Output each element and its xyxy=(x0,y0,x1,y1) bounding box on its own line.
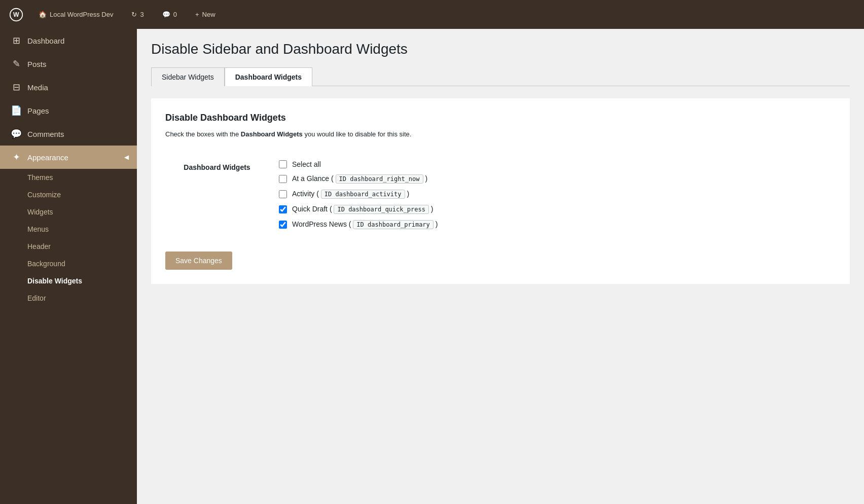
arrow-icon: ◀ xyxy=(124,154,129,161)
sidebar-item-pages[interactable]: 📄 Pages xyxy=(0,99,137,122)
checkbox-label-select-all[interactable]: Select all xyxy=(292,160,321,168)
tab-dashboard-widgets[interactable]: Dashboard Widgets xyxy=(225,67,312,86)
field-label: Dashboard Widgets xyxy=(166,155,278,240)
posts-icon: ✎ xyxy=(10,58,22,69)
sidebar-subitem-editor[interactable]: Editor xyxy=(0,290,137,307)
tab-sidebar-widgets[interactable]: Sidebar Widgets xyxy=(151,67,225,86)
sidebar-item-posts[interactable]: ✎ Posts xyxy=(0,52,137,76)
checkbox-label-quick-draft: Quick Draft ( ID dashboard_quick_press ) xyxy=(292,205,433,214)
sidebar-item-label: Appearance xyxy=(27,153,68,162)
checkbox-at-a-glance[interactable] xyxy=(279,175,287,183)
sidebar-subitem-background[interactable]: Background xyxy=(0,255,137,272)
checkbox-label-at-a-glance: At a Glance ( ID dashboard_right_now ) xyxy=(292,174,427,184)
section-description: Check the boxes with the Dashboard Widge… xyxy=(165,129,836,140)
checkbox-select-all[interactable] xyxy=(279,160,287,168)
plus-icon: + xyxy=(195,11,199,18)
sidebar-subitem-menus[interactable]: Menus xyxy=(0,221,137,238)
sidebar-item-media[interactable]: ⊟ Media xyxy=(0,76,137,99)
main-content: Disable Sidebar and Dashboard Widgets Si… xyxy=(137,29,864,504)
comments-nav-icon: 💬 xyxy=(10,128,22,139)
sidebar-subitem-themes[interactable]: Themes xyxy=(0,169,137,186)
code-badge-activity: ID dashboard_activity xyxy=(321,190,405,199)
sidebar-item-comments[interactable]: 💬 Comments xyxy=(0,122,137,146)
media-icon: ⊟ xyxy=(10,82,22,93)
code-badge-quick-press: ID dashboard_quick_press xyxy=(334,205,428,214)
sidebar-item-label: Posts xyxy=(27,60,47,68)
sidebar: ⊞ Dashboard ✎ Posts ⊟ Media 📄 Pages 💬 Co… xyxy=(0,29,137,504)
tabs: Sidebar Widgets Dashboard Widgets xyxy=(151,67,850,86)
pages-icon: 📄 xyxy=(10,105,22,116)
settings-table: Dashboard Widgets Select all At a Glance… xyxy=(165,154,836,241)
content-card: Disable Dashboard Widgets Check the boxe… xyxy=(151,98,850,284)
appearance-submenu: Themes Customize Widgets Menus Header Ba… xyxy=(0,169,137,307)
home-icon: 🏠 xyxy=(39,11,47,18)
code-badge-right-now: ID dashboard_right_now xyxy=(336,174,423,184)
checkbox-row-activity: Activity ( ID dashboard_activity ) xyxy=(279,190,835,199)
sidebar-item-label: Media xyxy=(27,83,48,92)
appearance-icon: ✦ xyxy=(10,152,22,163)
wp-logo[interactable]: W xyxy=(8,7,24,23)
dashboard-icon: ⊞ xyxy=(10,35,22,46)
sidebar-item-appearance[interactable]: ✦ Appearance ◀ xyxy=(0,146,137,169)
sidebar-subitem-header[interactable]: Header xyxy=(0,238,137,255)
admin-bar: W 🏠 Local WordPress Dev ↻ 3 💬 0 + New xyxy=(0,0,864,29)
checkbox-row-quick-draft: Quick Draft ( ID dashboard_quick_press ) xyxy=(279,205,835,214)
checkbox-activity[interactable] xyxy=(279,190,287,198)
sidebar-item-label: Pages xyxy=(27,106,49,115)
sidebar-subitem-customize[interactable]: Customize xyxy=(0,186,137,203)
svg-text:W: W xyxy=(13,11,19,18)
checkbox-quick-draft[interactable] xyxy=(279,205,287,213)
checkbox-label-wordpress-news: WordPress News ( ID dashboard_primary ) xyxy=(292,220,438,229)
checkbox-row-at-a-glance: At a Glance ( ID dashboard_right_now ) xyxy=(279,174,835,184)
checkbox-row-select-all: Select all xyxy=(279,160,835,168)
site-name[interactable]: 🏠 Local WordPress Dev xyxy=(34,9,117,20)
checkbox-wordpress-news[interactable] xyxy=(279,221,287,229)
new-button[interactable]: + New xyxy=(191,9,220,20)
checkbox-label-activity: Activity ( ID dashboard_activity ) xyxy=(292,190,409,199)
comments-icon: 💬 xyxy=(162,11,170,18)
page-title: Disable Sidebar and Dashboard Widgets xyxy=(151,41,850,57)
code-badge-primary: ID dashboard_primary xyxy=(353,220,434,229)
updates-button[interactable]: ↻ 3 xyxy=(127,9,148,20)
save-changes-button[interactable]: Save Changes xyxy=(165,251,232,270)
checkbox-row-wordpress-news: WordPress News ( ID dashboard_primary ) xyxy=(279,220,835,229)
sidebar-item-label: Dashboard xyxy=(27,37,64,45)
checkboxes-cell: Select all At a Glance ( ID dashboard_ri… xyxy=(279,155,835,240)
sidebar-subitem-disable-widgets[interactable]: Disable Widgets xyxy=(0,272,137,290)
section-title: Disable Dashboard Widgets xyxy=(165,113,836,123)
sidebar-subitem-widgets[interactable]: Widgets xyxy=(0,203,137,221)
sidebar-item-dashboard[interactable]: ⊞ Dashboard xyxy=(0,29,137,52)
updates-icon: ↻ xyxy=(131,11,137,18)
sidebar-item-label: Comments xyxy=(27,130,64,138)
comments-button[interactable]: 💬 0 xyxy=(158,9,181,20)
